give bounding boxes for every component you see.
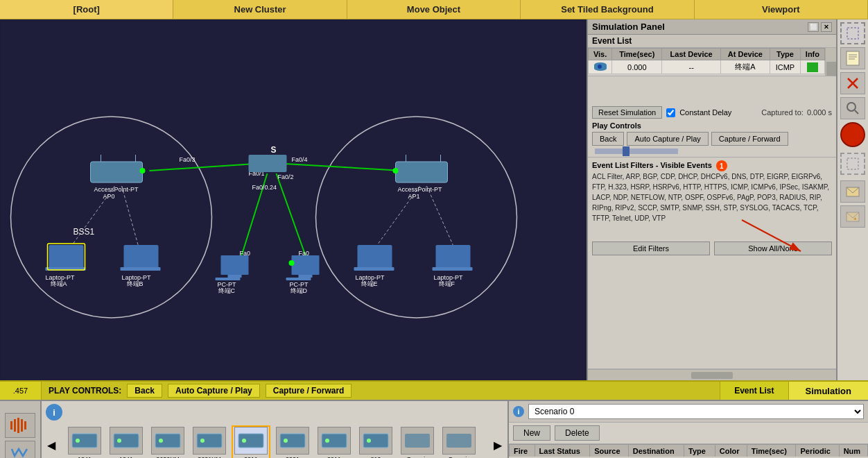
svg-text:AccessPoint-PT: AccessPoint-PT	[94, 186, 139, 193]
sim-panel-scrollbar-bottom[interactable]	[588, 369, 836, 380]
capture-forward-btn[interactable]: Capture / Forward	[711, 132, 788, 146]
delete-pdu-btn[interactable]: Delete	[555, 425, 600, 441]
event-list-empty-space	[588, 76, 836, 103]
simulation-panel: Simulation Panel ⬜ ✕ Event List Vis. Tim…	[587, 19, 836, 380]
toolbar-viewport[interactable]: Viewport	[695, 0, 868, 19]
send-packet-btn[interactable]	[840, 180, 865, 203]
scenario-info-btn[interactable]: i	[513, 406, 524, 417]
cisco-logo-btn[interactable]	[5, 413, 35, 438]
svg-point-107	[367, 439, 371, 443]
bar-back-btn[interactable]: Back	[127, 384, 162, 398]
delete-tool-btn[interactable]	[840, 72, 865, 94]
svg-rect-59	[436, 245, 471, 269]
device-scroll-left[interactable]: ◀	[44, 439, 58, 452]
envelope-icon	[845, 184, 860, 199]
svg-point-52	[289, 260, 295, 266]
simulation-tab[interactable]: Simulation	[788, 382, 868, 400]
device-scroll-right[interactable]: ▶	[491, 439, 505, 452]
device-1841[interactable]: 1841	[65, 427, 104, 458]
svg-point-73	[847, 103, 856, 111]
device-2620xm[interactable]: 2620XM	[148, 427, 187, 458]
edit-filters-btn[interactable]: Edit Filters	[592, 241, 710, 255]
dashed-select-btn[interactable]	[840, 153, 865, 175]
event-type: ICMP	[770, 60, 800, 74]
event-table: Vis. Time(sec) Last Device At Device Typ…	[588, 48, 825, 74]
svg-rect-49	[292, 255, 320, 275]
event-list-tab[interactable]: Event List	[720, 382, 788, 400]
event-scrollbar[interactable]	[825, 48, 836, 76]
pdu-list-area: Fire Last Status Source Destination Type…	[509, 444, 868, 457]
router-819-icon	[362, 430, 390, 452]
back-btn[interactable]: Back	[592, 132, 624, 146]
send-packet2-btn[interactable]: +	[840, 205, 865, 228]
sim-panel-restore[interactable]: ⬜	[808, 22, 819, 32]
device-1941[interactable]: 1941	[107, 427, 146, 458]
pdu-col-color: Color	[715, 445, 747, 457]
pdu-col-dest: Destination	[628, 445, 684, 457]
svg-rect-55	[358, 245, 392, 269]
pdu-table: Fire Last Status Source Destination Type…	[509, 444, 868, 457]
svg-text:S: S	[271, 145, 277, 155]
device-area-header: i	[42, 401, 507, 422]
select-tool-btn[interactable]	[840, 22, 865, 44]
svg-text:AP1: AP1	[408, 193, 420, 200]
speed-slider[interactable]	[595, 149, 678, 154]
inspect-tool-btn[interactable]	[840, 97, 865, 119]
pdu-col-type: Type	[684, 445, 715, 457]
note-tool-btn[interactable]	[840, 47, 865, 69]
svg-text:Fa0/4: Fa0/4	[292, 156, 308, 163]
svg-point-92	[159, 439, 163, 443]
device-info-btn[interactable]: i	[46, 404, 62, 421]
bar-capture-forward-btn[interactable]: Capture / Forward	[266, 384, 352, 398]
sim-panel-close[interactable]: ✕	[821, 22, 832, 32]
device-generic2[interactable]: Generic	[440, 427, 478, 458]
toolbar-new-cluster[interactable]: New Cluster	[173, 0, 347, 19]
device-2901[interactable]: 2901	[273, 427, 312, 458]
inspect-icon	[845, 101, 860, 116]
zigzag-icon	[9, 443, 31, 458]
scenario-select[interactable]: Scenario 0	[528, 404, 864, 419]
speed-thumb[interactable]	[623, 146, 630, 156]
svg-rect-75	[847, 158, 858, 169]
svg-rect-108	[405, 434, 430, 448]
toolbar-set-tiled-bg[interactable]: Set Tiled Background	[521, 0, 694, 19]
svg-rect-50	[299, 275, 313, 278]
svg-rect-35	[49, 245, 84, 269]
network-canvas-area[interactable]: BSS1 Fa0/3 Fa0/4 Fa0/1 Fa0/2 Fa0/0.2	[0, 19, 587, 380]
col-type: Type	[770, 49, 800, 60]
bar-auto-capture-btn[interactable]: Auto Capture / Play	[168, 384, 260, 398]
toolbar-move-object[interactable]: Move Object	[347, 0, 521, 19]
event-info	[800, 60, 824, 74]
play-controls-label: Play Controls	[592, 121, 832, 130]
new-pdu-btn[interactable]: New	[513, 425, 550, 441]
select-icon	[846, 26, 860, 40]
device-2621xm[interactable]: 2621XM	[190, 427, 229, 458]
router-1941-icon	[112, 430, 140, 452]
toolbar-root[interactable]: [Root]	[0, 0, 173, 19]
svg-text:终端C: 终端C	[218, 287, 236, 294]
dashed-select-icon	[847, 158, 859, 170]
svg-rect-82	[21, 419, 23, 432]
device-2811-selected[interactable]: 2811	[232, 425, 270, 458]
router-1841-icon	[71, 430, 98, 452]
svg-rect-67	[847, 51, 859, 65]
svg-text:BSS1: BSS1	[73, 227, 95, 237]
device-icons-row: 1841 1941	[60, 422, 489, 458]
device-generic1[interactable]: Generic	[398, 427, 437, 458]
pdu-col-fire: Fire	[510, 445, 535, 457]
reset-simulation-btn[interactable]: Reset Simulation	[592, 106, 662, 119]
router-2901-icon	[279, 430, 306, 452]
notification-badge: 1	[716, 160, 727, 171]
filters-text: ACL Filter, ARP, BGP, CDP, DHCP, DHCPv6,…	[592, 171, 832, 223]
record-btn[interactable]	[840, 122, 865, 147]
svg-rect-0	[1, 19, 587, 380]
svg-rect-60	[433, 267, 473, 271]
constant-delay-checkbox[interactable]	[666, 108, 675, 117]
svg-text:Fa0/3: Fa0/3	[180, 156, 196, 163]
device-2911[interactable]: 2911	[315, 427, 354, 458]
zigzag-btn[interactable]	[5, 441, 35, 458]
device-819[interactable]: 819	[356, 427, 395, 458]
coord-display: .457	[0, 382, 42, 400]
auto-capture-btn[interactable]: Auto Capture / Play	[627, 132, 708, 146]
event-row[interactable]: 0.000 -- 终端A ICMP	[589, 60, 825, 74]
